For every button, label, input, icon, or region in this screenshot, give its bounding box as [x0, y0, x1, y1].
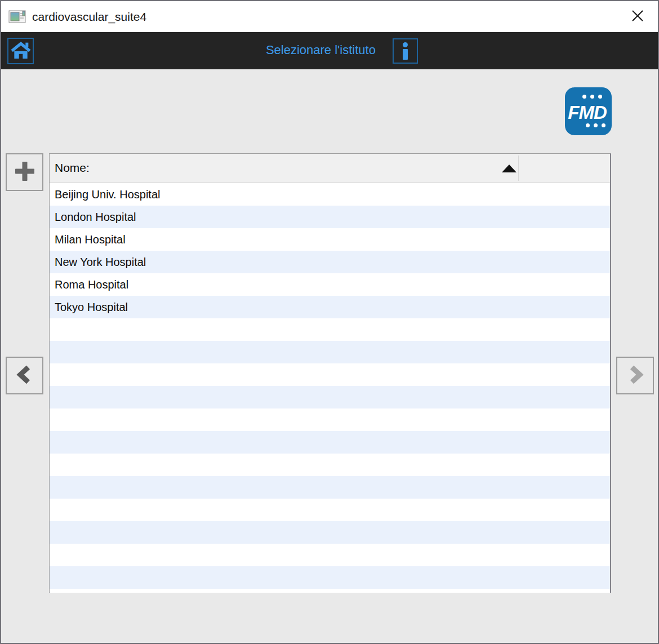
table-row [50, 431, 610, 454]
main-content: FMD [1, 69, 658, 643]
table-row[interactable]: Tokyo Hospital [50, 296, 610, 318]
table-row[interactable]: New York Hospital [50, 251, 610, 273]
table-row [50, 363, 610, 386]
table-row[interactable]: London Hospital [50, 206, 610, 228]
chevron-right-icon [625, 364, 646, 387]
home-button[interactable] [7, 38, 34, 64]
table-body: Beijing Univ. HospitalLondon HospitalMil… [50, 183, 610, 593]
plus-icon [13, 159, 37, 185]
logo-dots-top [582, 95, 602, 99]
table-row[interactable]: Milan Hospital [50, 228, 610, 251]
table-row [50, 521, 610, 544]
table-header-row[interactable]: Nome: [50, 154, 610, 183]
table-row [50, 566, 610, 589]
institute-table: Nome: Beijing Univ. HospitalLondon Hospi… [49, 153, 611, 593]
table-row [50, 386, 610, 408]
table-row [50, 341, 610, 363]
window-title: cardiovascular_suite4 [32, 10, 146, 24]
header-bar: Selezionare l'istituto [1, 32, 658, 69]
home-house-icon [10, 39, 32, 63]
prev-button[interactable] [6, 357, 43, 394]
fmd-logo: FMD [565, 87, 612, 135]
table-row[interactable]: Roma Hospital [50, 273, 610, 296]
table-row[interactable]: Beijing Univ. Hospital [50, 183, 610, 206]
table-row [50, 544, 610, 566]
titlebar: cardiovascular_suite4 [1, 1, 658, 32]
add-institute-button[interactable] [6, 153, 43, 191]
close-x-icon [629, 7, 646, 26]
table-row [50, 318, 610, 341]
close-button[interactable] [626, 6, 649, 28]
column-divider [518, 156, 519, 181]
app-icon [8, 9, 26, 25]
table-row [50, 499, 610, 521]
table-row [50, 476, 610, 499]
sort-ascending-icon [502, 165, 516, 172]
table-row [50, 454, 610, 476]
header-title: Selezionare l'istituto [266, 32, 376, 68]
info-button[interactable] [393, 38, 418, 64]
app-window: cardiovascular_suite4 Selezionare l'isti… [0, 0, 659, 644]
logo-text: FMD [565, 102, 609, 123]
table-row [50, 408, 610, 431]
logo-dots-bottom [586, 123, 605, 127]
info-i-icon [403, 42, 408, 47]
column-header-nome: Nome: [55, 154, 90, 182]
next-button[interactable] [616, 357, 654, 394]
chevron-left-icon [14, 364, 35, 387]
